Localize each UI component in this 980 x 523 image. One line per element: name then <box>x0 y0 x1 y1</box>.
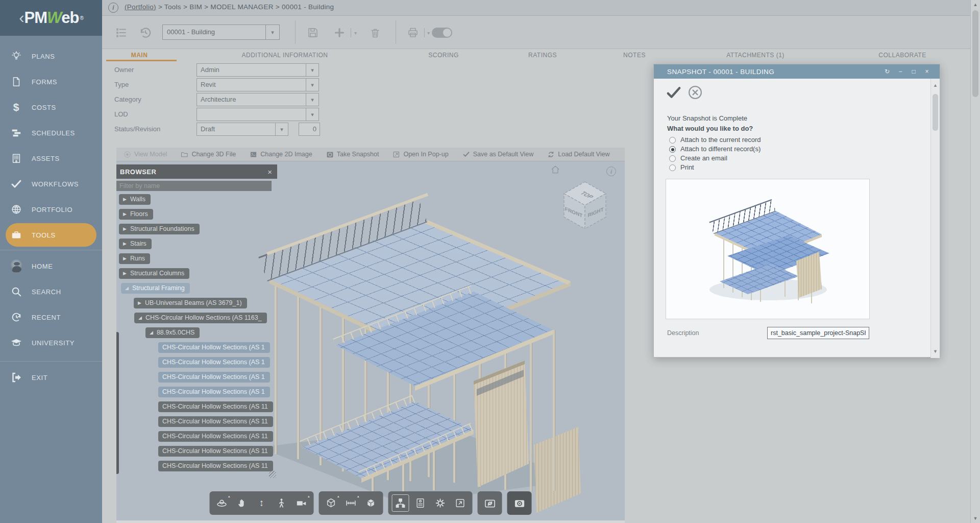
viewport-info-icon[interactable]: i <box>606 167 616 176</box>
chevron-down-icon[interactable]: ▾ <box>275 123 288 135</box>
chevron-down-icon[interactable]: ▾ <box>306 108 318 121</box>
section-icon[interactable]: ▴ <box>323 494 340 512</box>
radio-label[interactable]: Attach to different record(s) <box>680 145 761 153</box>
status-select[interactable]: Draft▾ <box>197 123 288 136</box>
tree-item-runs[interactable]: ▶Runs <box>119 253 150 264</box>
tab-attachments[interactable]: ATTACHMENTS (1) <box>726 52 785 59</box>
sidebar-item-forms[interactable]: FORMS <box>0 69 102 94</box>
close-icon[interactable]: × <box>920 68 934 75</box>
sidebar-item-university[interactable]: UNIVERSITY <box>0 330 102 355</box>
scroll-down-icon[interactable]: ▼ <box>931 349 940 354</box>
minimize-icon[interactable]: − <box>894 68 907 75</box>
tab-ratings[interactable]: RATINGS <box>528 52 557 59</box>
change-3d-file-button[interactable]: Change 3D File <box>181 151 236 158</box>
info-icon[interactable]: i <box>108 3 118 13</box>
maximize-icon[interactable]: □ <box>907 68 920 75</box>
tab-notes[interactable]: NOTES <box>623 52 646 59</box>
scrollbar-thumb[interactable] <box>933 94 938 131</box>
scroll-down-icon[interactable]: ▼ <box>971 516 980 521</box>
model-3d-view[interactable]: i TOP FRONT RIGHT BROWSER × ▶Walls ▶Floo… <box>116 161 625 520</box>
tree-item-chs-instance[interactable]: CHS-Circular Hollow Sections (AS 11 <box>158 416 273 427</box>
dialog-titlebar[interactable]: SNAPSHOT - 00001 - BUILDING ↻ − □ × <box>654 64 940 79</box>
save-button[interactable] <box>306 26 320 39</box>
tab-collaborate[interactable]: COLLABORATE <box>878 52 926 59</box>
cancel-button[interactable] <box>688 85 703 100</box>
walk-icon[interactable] <box>273 494 290 512</box>
category-select[interactable]: Architecture▾ <box>197 93 319 106</box>
sidebar-item-portfolio[interactable]: PORTFOLIO <box>0 197 102 222</box>
tree-item-chs-instance[interactable]: CHS-Circular Hollow Sections (AS 1 <box>158 387 270 397</box>
description-input[interactable] <box>767 327 869 339</box>
expand-icon[interactable]: ▶ <box>123 256 127 261</box>
expand-icon[interactable]: ▶ <box>123 197 127 202</box>
tree-item-ub-universal-beams[interactable]: ▶UB-Universal Beams (AS 3679_1) <box>134 298 247 308</box>
zoom-icon[interactable]: ↕ <box>253 494 271 512</box>
sidebar-item-tools[interactable]: TOOLS <box>0 222 102 248</box>
radio-label[interactable]: Print <box>680 163 694 171</box>
print-button[interactable] <box>406 26 420 39</box>
change-2d-image-button[interactable]: Change 2D Image <box>250 151 312 158</box>
chevron-down-icon[interactable]: ▾ <box>265 25 279 39</box>
scroll-up-icon[interactable]: ▲ <box>931 83 940 88</box>
tree-item-chs-instance[interactable]: CHS-Circular Hollow Sections (AS 11 <box>158 401 273 412</box>
chevron-down-icon[interactable]: ▾ <box>306 79 318 91</box>
lod-select[interactable]: ▾ <box>197 108 319 121</box>
tree-item-chs-sections[interactable]: ◢CHS-Circular Hollow Sections (AS 1163_ <box>134 313 267 323</box>
radio-create-email[interactable] <box>669 155 676 162</box>
add-button[interactable] <box>333 26 346 39</box>
print-menu-caret-icon[interactable]: ▾ <box>427 30 430 36</box>
close-icon[interactable]: × <box>267 168 272 176</box>
chevron-down-icon[interactable]: ▾ <box>306 93 318 106</box>
sidebar-item-schedules[interactable]: SCHEDULES <box>0 120 102 146</box>
numbered-list-icon[interactable] <box>114 26 128 39</box>
collapse-icon[interactable]: ◢ <box>125 286 129 291</box>
sidebar-item-exit[interactable]: EXIT <box>0 365 102 390</box>
tree-item-chs-instance[interactable]: CHS-Circular Hollow Sections (AS 11 <box>158 461 273 471</box>
browser-panel-header[interactable]: BROWSER × <box>116 164 277 179</box>
view-toggle[interactable] <box>432 28 452 38</box>
collapse-icon[interactable]: ◢ <box>138 315 142 320</box>
sidebar-item-home[interactable]: HOME <box>0 253 102 279</box>
tree-item-structural-framing[interactable]: ◢Structural Framing <box>121 283 190 294</box>
settings-gear-icon[interactable] <box>432 494 449 512</box>
radio-attach-current[interactable] <box>669 137 676 144</box>
radio-attach-different[interactable] <box>669 146 676 153</box>
home-view-icon[interactable] <box>550 164 560 175</box>
refresh-icon[interactable]: ↻ <box>880 68 894 75</box>
history-undo-icon[interactable] <box>139 26 152 39</box>
expand-icon[interactable]: ▶ <box>123 271 127 276</box>
expand-icon[interactable]: ▶ <box>123 226 127 231</box>
tree-item-floors[interactable]: ▶Floors <box>119 209 153 220</box>
sidebar-item-search[interactable]: SEARCH <box>0 279 102 304</box>
browser-scrollbar[interactable] <box>116 332 119 474</box>
sidebar-item-workflows[interactable]: WORKFLOWS <box>0 171 102 197</box>
snapshot-eye-icon[interactable] <box>511 494 528 512</box>
type-select[interactable]: Revit▾ <box>197 78 319 91</box>
sidebar-item-assets[interactable]: ASSETS <box>0 146 102 171</box>
view-cube[interactable]: TOP FRONT RIGHT <box>563 181 607 230</box>
add-menu-caret-icon[interactable]: ▾ <box>354 30 357 36</box>
expand-icon[interactable]: ▶ <box>123 241 127 246</box>
record-selector[interactable]: 00001 - Building ▾ <box>162 25 280 40</box>
sidebar-item-costs[interactable]: $ COSTS <box>0 94 102 120</box>
tree-item-chs-instance[interactable]: CHS-Circular Hollow Sections (AS 1 <box>158 357 270 368</box>
scroll-up-icon[interactable]: ▲ <box>971 2 980 7</box>
chevron-down-icon[interactable]: ▾ <box>306 64 318 76</box>
tree-item-889x50chs[interactable]: ◢88.9x5.0CHS <box>145 327 200 338</box>
radio-label[interactable]: Attach to the current record <box>680 136 761 144</box>
explode-icon[interactable] <box>362 494 380 512</box>
collapse-icon[interactable]: ◢ <box>150 330 153 335</box>
tree-item-chs-instance[interactable]: CHS-Circular Hollow Sections (AS 1 <box>158 372 270 383</box>
tab-scoring[interactable]: SCORING <box>428 52 459 59</box>
tree-item-stairs[interactable]: ▶Stairs <box>119 239 152 249</box>
sidebar-item-recent[interactable]: RECENT <box>0 304 102 330</box>
page-scrollbar[interactable]: ▲ ▼ <box>970 0 980 523</box>
pan-icon[interactable] <box>233 494 251 512</box>
pmweb-logo[interactable]: ‹PMWeb® <box>0 0 102 36</box>
load-default-view-button[interactable]: Load Default View <box>547 151 609 158</box>
view-model-button[interactable]: View Model <box>124 151 167 158</box>
confirm-button[interactable] <box>665 85 682 100</box>
orbit-icon[interactable]: ▴ <box>213 494 231 512</box>
delete-button[interactable] <box>369 26 382 39</box>
fullscreen-icon[interactable] <box>452 494 469 512</box>
